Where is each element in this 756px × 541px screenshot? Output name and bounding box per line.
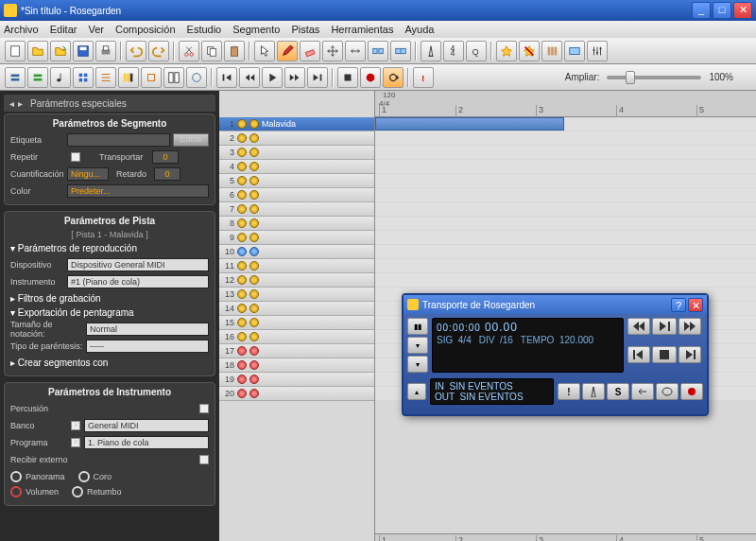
track-row[interactable]: 11	[219, 259, 374, 273]
playback-section[interactable]: Parámetros de reproducción	[10, 243, 209, 253]
crear-section[interactable]: Crear segmentos con	[10, 358, 209, 368]
pointer-tool-icon[interactable]	[254, 41, 275, 61]
resize-tool-icon[interactable]	[345, 41, 366, 61]
new-file-icon[interactable]	[5, 41, 26, 61]
draw-tool-icon[interactable]	[277, 41, 298, 61]
matrix-icon[interactable]	[73, 67, 94, 88]
tool-c-icon[interactable]	[186, 67, 207, 88]
transport-solo-icon[interactable]: S	[607, 383, 629, 400]
track-row[interactable]: 8	[219, 217, 374, 231]
menu-herramientas[interactable]: Herramientas	[331, 24, 393, 35]
track-led-icon[interactable]	[237, 247, 247, 256]
track-name[interactable]: Malavida	[262, 119, 296, 129]
track-mute-icon[interactable]	[249, 304, 259, 313]
track-led-icon[interactable]	[237, 332, 247, 341]
sidebar-tab[interactable]: ◂▸Parámetros especiales	[4, 95, 215, 112]
delete-marker-icon[interactable]	[519, 41, 540, 61]
percussion-matrix-icon[interactable]	[118, 67, 139, 88]
track-row[interactable]: 15	[219, 316, 374, 330]
manage-studio-icon[interactable]	[541, 41, 562, 61]
transport-loopback-icon[interactable]	[631, 383, 654, 400]
transport-panic-icon[interactable]: !	[558, 383, 580, 400]
track-mute-icon[interactable]	[249, 190, 259, 200]
instrumento-select[interactable]: #1 (Piano de cola)	[67, 275, 209, 288]
repetir-checkbox[interactable]	[71, 152, 80, 162]
forward-icon[interactable]	[284, 67, 305, 88]
audio-mixer-icon[interactable]	[587, 41, 608, 61]
banco-select[interactable]: General MIDI	[84, 419, 209, 432]
track-tool-1-icon[interactable]	[5, 67, 26, 88]
maximize-button[interactable]: □	[713, 2, 731, 19]
track-mute-icon[interactable]	[249, 148, 259, 157]
timesig-icon[interactable]: 44	[443, 41, 464, 61]
track-mute-icon[interactable]	[249, 247, 259, 256]
save-icon[interactable]	[73, 41, 94, 61]
menu-estudio[interactable]: Estudio	[187, 24, 222, 35]
segment-malavida[interactable]	[375, 117, 564, 131]
track-led-icon[interactable]	[237, 176, 247, 185]
track-led-icon[interactable]	[237, 318, 247, 327]
track-row[interactable]: 10	[219, 245, 374, 259]
retardo-field[interactable]: 0	[154, 167, 180, 181]
open-file-icon[interactable]	[27, 41, 48, 61]
track-row[interactable]: 5	[219, 174, 374, 188]
track-mute-icon[interactable]	[249, 133, 259, 143]
menu-ver[interactable]: Ver	[88, 24, 104, 35]
ruler[interactable]: 120 4/4 1 2 3 4 5	[375, 91, 756, 117]
print-icon[interactable]	[95, 41, 116, 61]
zoom-slider[interactable]	[607, 76, 701, 79]
tempo-icon[interactable]	[421, 41, 441, 61]
track-led-icon[interactable]	[237, 389, 247, 398]
track-led-icon[interactable]	[237, 133, 247, 143]
split-tool-icon[interactable]	[368, 41, 388, 61]
track-mute-icon[interactable]	[249, 233, 259, 242]
transport-expand-icon[interactable]: ▾	[407, 356, 428, 373]
menu-editar[interactable]: Editar	[50, 24, 77, 35]
coro-knob[interactable]	[78, 471, 90, 482]
percusion-checkbox[interactable]	[199, 404, 209, 413]
track-mute-icon[interactable]	[249, 375, 259, 384]
retumbo-knob[interactable]	[72, 486, 83, 497]
track-led-icon[interactable]	[237, 261, 247, 270]
loop-icon[interactable]	[383, 67, 404, 88]
track-mute-icon[interactable]	[249, 176, 259, 185]
track-mute-icon[interactable]	[249, 275, 259, 285]
star-icon[interactable]	[496, 41, 517, 61]
track-row[interactable]: 16	[219, 330, 374, 344]
play-icon[interactable]	[262, 67, 283, 88]
track-led-icon[interactable]	[237, 119, 247, 129]
track-row[interactable]: 17	[219, 344, 374, 358]
transport-play-icon[interactable]	[652, 318, 677, 335]
tool-a-icon[interactable]	[141, 67, 162, 88]
track-row[interactable]: 6	[219, 188, 374, 202]
panic-icon[interactable]: !	[413, 67, 434, 88]
menu-segmento[interactable]: Segmento	[232, 24, 280, 35]
stop-icon[interactable]	[337, 67, 358, 88]
banco-checkbox[interactable]	[71, 421, 80, 430]
track-row[interactable]: 12	[219, 273, 374, 288]
rewind-start-icon[interactable]	[216, 67, 237, 88]
midi-devices-icon[interactable]	[564, 41, 585, 61]
cuantif-field[interactable]: Ningu...	[67, 167, 109, 181]
open-recent-icon[interactable]	[50, 41, 71, 61]
track-led-icon[interactable]	[237, 190, 247, 200]
menu-ayuda[interactable]: Ayuda	[404, 24, 434, 35]
track-led-icon[interactable]	[237, 204, 247, 214]
track-led-icon[interactable]	[237, 375, 247, 384]
eventlist-icon[interactable]	[95, 67, 116, 88]
track-mute-icon[interactable]	[249, 162, 259, 171]
transport-mode-icon[interactable]: ▾	[407, 337, 428, 354]
track-led-icon[interactable]	[237, 275, 247, 285]
track-mute-icon[interactable]	[249, 204, 259, 214]
color-field[interactable]: Predeter...	[67, 184, 209, 198]
paste-icon[interactable]	[224, 41, 245, 61]
minimize-button[interactable]: _	[692, 2, 711, 19]
track-row[interactable]: 9	[219, 231, 374, 245]
close-button[interactable]: ✕	[733, 2, 752, 19]
track-mute-icon[interactable]	[249, 289, 259, 299]
recibir-checkbox[interactable]	[199, 455, 209, 464]
quantize-icon[interactable]: Q	[466, 41, 487, 61]
transport-record-icon[interactable]	[680, 383, 703, 400]
tipo-select[interactable]: -----	[86, 340, 209, 353]
track-led-icon[interactable]	[237, 346, 247, 356]
